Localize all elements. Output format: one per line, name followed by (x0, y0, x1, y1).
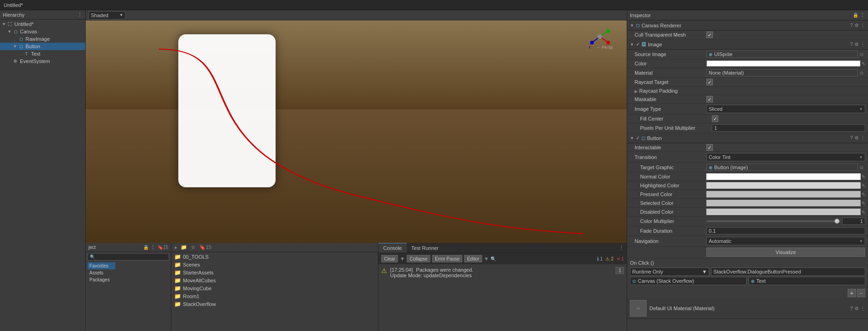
raycast-target-checkbox[interactable] (706, 79, 713, 85)
onclick-object-field[interactable]: ⊙ Canvas (Stack Overflow) (630, 277, 747, 285)
color-swatch[interactable] (706, 60, 861, 67)
image-menu[interactable]: ⋮ (861, 42, 865, 47)
onclick-argument-field[interactable]: ⊕ Text (748, 277, 865, 285)
image-type-arrow: ▼ (859, 107, 863, 111)
material-menu[interactable]: ⋮ (861, 306, 865, 311)
interactable-checkbox[interactable] (706, 144, 713, 151)
canvas-renderer-header[interactable]: ▼ ◻ Canvas Renderer ? ⚙ ⋮ (627, 20, 868, 31)
info-badge: ℹ 1 (597, 256, 603, 261)
dots-icon[interactable]: ⋮ (151, 244, 156, 250)
normal-color-bar[interactable] (706, 173, 861, 180)
image-type-dropdown[interactable]: Sliced ▼ (706, 105, 865, 113)
pressed-color-bar[interactable] (706, 191, 861, 197)
console-menu-icon[interactable]: ⋮ (619, 245, 624, 251)
hierarchy-header: Hierarchy ⋮ (0, 10, 85, 19)
lock-icon[interactable]: 🔒 (143, 245, 149, 250)
pressed-color-edit[interactable]: ✎ (862, 192, 865, 197)
search-console-icon[interactable]: 🔍 (491, 256, 496, 261)
asset-item-starterassets[interactable]: 📁 StarterAssets (173, 269, 376, 276)
console-entry-0[interactable]: ⚠ [17:25:04] Packages were changed. Upda… (381, 266, 624, 279)
packages-sidebar-item[interactable]: Packages (88, 276, 115, 283)
collapse-btn[interactable]: Collapse (407, 255, 430, 262)
remove-onclick-btn[interactable]: - (857, 289, 865, 297)
canvas-renderer-help[interactable]: ? (850, 23, 853, 28)
tab-test-runner[interactable]: Test Runner (407, 243, 443, 253)
source-image-value: ⊕ UISprite ⊙ (706, 51, 865, 58)
source-image-picker[interactable]: ⊙ (858, 52, 865, 57)
onclick-runtime-dropdown[interactable]: Runtime Only ▼ (630, 267, 709, 276)
image-settings[interactable]: ⚙ (855, 42, 859, 47)
source-image-field[interactable]: ⊕ UISprite (706, 51, 858, 58)
material-picker[interactable]: ⊙ (858, 70, 865, 76)
highlighted-color-bar[interactable] (706, 182, 861, 189)
color-multiplier-thumb[interactable] (835, 219, 839, 223)
material-preview: M (630, 300, 647, 317)
transition-dropdown[interactable]: Color Tint ▼ (706, 153, 865, 161)
pixels-per-unit-input[interactable] (712, 124, 865, 132)
material-help[interactable]: ? (850, 306, 853, 311)
image-help[interactable]: ? (850, 42, 853, 47)
selected-color-edit[interactable]: ✎ (862, 201, 865, 206)
expand-arrow-eventsystem: ▶ (7, 59, 12, 64)
selected-color-bar[interactable] (706, 200, 861, 206)
canvas-renderer-settings[interactable]: ⚙ (855, 23, 859, 28)
asset-item-scenes[interactable]: 📁 Scenes (173, 261, 376, 268)
asset-item-movingcube[interactable]: 📁 MovingCube (173, 285, 376, 292)
hierarchy-item-canvas[interactable]: ▼ ◻ Canvas (0, 28, 85, 35)
hierarchy-item-button[interactable]: ▼ ◻ Button (0, 43, 85, 50)
inspector-dots-icon[interactable]: ⋮ (860, 12, 865, 18)
maskable-checkbox[interactable] (706, 96, 713, 102)
folder-icon-top[interactable]: 📁 (181, 244, 187, 250)
asset-item-moveallcubes[interactable]: 📁 MoveAllCubes (173, 277, 376, 284)
disabled-color-edit[interactable]: ✎ (862, 210, 865, 215)
image-check[interactable]: ✓ (636, 42, 640, 47)
visualize-button[interactable]: Visualize (706, 248, 865, 257)
button-menu[interactable]: ⋮ (861, 135, 865, 140)
color-multiplier-track[interactable] (706, 220, 840, 222)
tab-console[interactable]: Console (378, 243, 406, 253)
target-graphic-field[interactable]: ⊕ Button (Image) (706, 164, 858, 171)
onclick-header: On Click () (630, 260, 865, 266)
material-settings[interactable]: ⚙ (855, 306, 859, 311)
cull-transparent-checkbox[interactable] (706, 32, 713, 38)
disabled-color-bar[interactable] (706, 209, 861, 215)
hierarchy-item-rawimage[interactable]: ▶ ◻ RawImage (0, 35, 85, 43)
favorites-item[interactable]: Favorites (88, 262, 115, 269)
material-field[interactable]: None (Material) (706, 69, 858, 76)
asset-item-room1[interactable]: 📁 Room1 (173, 293, 376, 300)
assets-sidebar-item[interactable]: Assets (88, 269, 115, 276)
scene-view[interactable]: Y X Z ← Persp (86, 20, 627, 243)
canvas-renderer-menu[interactable]: ⋮ (861, 23, 865, 28)
add-onclick-btn[interactable]: + (848, 289, 856, 297)
color-edit-btn[interactable]: ✎ (862, 61, 865, 66)
error-pause-btn[interactable]: Error Pause (432, 255, 462, 262)
editor-btn[interactable]: Editor (464, 255, 482, 262)
hierarchy-item-eventsystem[interactable]: ▶ ⚙ EventSystem (0, 57, 85, 65)
highlighted-color-edit[interactable]: ✎ (862, 183, 865, 188)
asset-item-00tools[interactable]: 📁 00_TOOLS (173, 253, 376, 261)
clear-btn[interactable]: Clear (381, 255, 398, 262)
image-component-header[interactable]: ▼ ✓ 🖼 Image ? ⚙ ⋮ (627, 39, 868, 50)
hierarchy-menu-icon[interactable]: ⋮ (77, 12, 82, 18)
navigation-dropdown[interactable]: Automatic ▼ (706, 237, 865, 245)
star-icon[interactable]: ☆ (191, 244, 195, 250)
asset-item-stackoverflow[interactable]: 📁 StackOverflow (173, 300, 376, 308)
fade-duration-label: Fade Duration (635, 228, 706, 234)
fade-duration-input[interactable] (706, 227, 865, 235)
add-asset-icon[interactable]: + (174, 245, 177, 250)
button-component-header[interactable]: ▼ ✓ ◻ Button ? ⚙ ⋮ (627, 133, 868, 143)
normal-color-edit[interactable]: ✎ (862, 174, 865, 179)
search-icon: 🔍 (90, 255, 95, 259)
shading-dropdown[interactable]: Shaded ▼ (88, 11, 126, 19)
fill-center-checkbox[interactable] (712, 115, 718, 122)
button-help[interactable]: ? (850, 135, 853, 140)
hierarchy-item-text[interactable]: ▶ T Text (0, 50, 85, 57)
inspector-lock-icon[interactable]: 🔒 (853, 13, 858, 18)
button-settings[interactable]: ⚙ (855, 135, 859, 140)
target-graphic-picker[interactable]: ⊙ (858, 165, 865, 170)
button-check[interactable]: ✓ (636, 135, 640, 140)
hierarchy-item-untitled[interactable]: ▼ ⛶ Untitled* (0, 20, 85, 28)
onclick-function-field[interactable]: StackOverflow.DialogueButtonPressed (711, 267, 865, 276)
button-arrow: ▼ (630, 136, 634, 140)
color-multiplier-number[interactable]: 1 (842, 217, 865, 225)
